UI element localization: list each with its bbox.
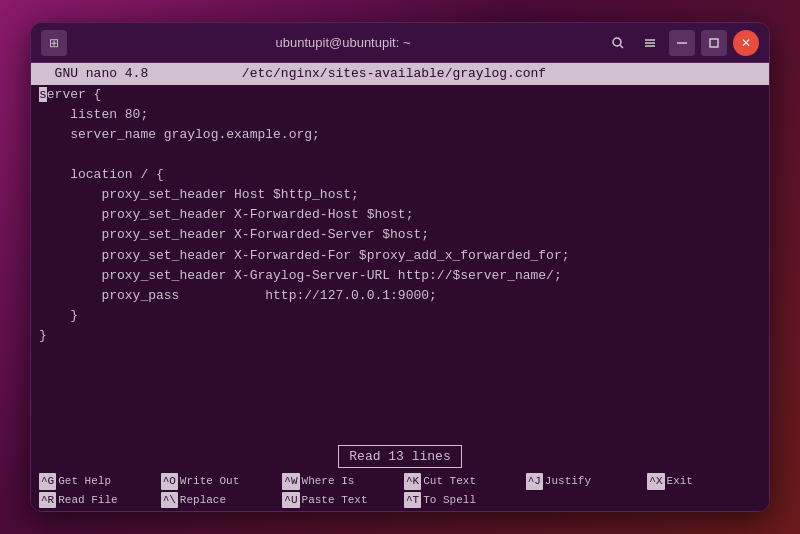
search-button[interactable] bbox=[605, 30, 631, 56]
footer-item-cuttext: ^K Cut Text bbox=[400, 472, 522, 491]
key-gethelp: ^G bbox=[39, 473, 56, 490]
window-title: ubuntupit@ubuntupit: ~ bbox=[89, 35, 597, 50]
nano-footer: ^G Get Help ^O Write Out ^W Where Is ^K … bbox=[31, 470, 769, 511]
label-replace: Replace bbox=[180, 492, 226, 509]
svg-line-1 bbox=[620, 45, 623, 48]
label-readfile: Read File bbox=[58, 492, 117, 509]
maximize-button[interactable] bbox=[701, 30, 727, 56]
key-whereis: ^W bbox=[282, 473, 299, 490]
footer-item-gethelp: ^G Get Help bbox=[35, 472, 157, 491]
nano-header: GNU nano 4.8 /etc/nginx/sites-available/… bbox=[31, 63, 769, 85]
cursor: s bbox=[39, 87, 47, 102]
terminal-icon: ⊞ bbox=[41, 30, 67, 56]
key-pastetext: ^U bbox=[282, 492, 299, 509]
svg-point-0 bbox=[613, 38, 621, 46]
label-writeout: Write Out bbox=[180, 473, 239, 490]
key-exit: ^X bbox=[647, 473, 664, 490]
label-exit: Exit bbox=[667, 473, 693, 490]
window-controls: ✕ bbox=[605, 30, 759, 56]
key-readfile: ^R bbox=[39, 492, 56, 509]
label-gethelp: Get Help bbox=[58, 473, 111, 490]
label-cuttext: Cut Text bbox=[423, 473, 476, 490]
key-writeout: ^O bbox=[161, 473, 178, 490]
editor-area[interactable]: server { listen 80; server_name graylog.… bbox=[31, 85, 769, 443]
terminal-window: ⊞ ubuntupit@ubuntupit: ~ bbox=[30, 22, 770, 512]
label-justify: Justify bbox=[545, 473, 591, 490]
menu-button[interactable] bbox=[637, 30, 663, 56]
svg-rect-6 bbox=[710, 39, 718, 47]
footer-item-readfile: ^R Read File bbox=[35, 491, 157, 510]
terminal-content[interactable]: GNU nano 4.8 /etc/nginx/sites-available/… bbox=[31, 63, 769, 511]
footer-item-writeout: ^O Write Out bbox=[157, 472, 279, 491]
minimize-button[interactable] bbox=[669, 30, 695, 56]
footer-item-exit: ^X Exit bbox=[643, 472, 765, 491]
editor-text: server { listen 80; server_name graylog.… bbox=[39, 85, 761, 347]
status-message: Read 13 lines bbox=[338, 445, 461, 469]
label-pastetext: Paste Text bbox=[302, 492, 368, 509]
footer-item-whereis: ^W Where Is bbox=[278, 472, 400, 491]
titlebar: ⊞ ubuntupit@ubuntupit: ~ bbox=[31, 23, 769, 63]
footer-item-pastetext: ^U Paste Text bbox=[278, 491, 400, 510]
close-button[interactable]: ✕ bbox=[733, 30, 759, 56]
key-cuttext: ^K bbox=[404, 473, 421, 490]
key-justify: ^J bbox=[526, 473, 543, 490]
key-replace: ^\ bbox=[161, 492, 178, 509]
footer-item-replace: ^\ Replace bbox=[157, 491, 279, 510]
nano-status: Read 13 lines bbox=[31, 443, 769, 471]
key-tospell: ^T bbox=[404, 492, 421, 509]
footer-item-justify: ^J Justify bbox=[522, 472, 644, 491]
label-tospell: To Spell bbox=[423, 492, 476, 509]
label-whereis: Where Is bbox=[302, 473, 355, 490]
footer-item-tospell: ^T To Spell bbox=[400, 491, 522, 510]
